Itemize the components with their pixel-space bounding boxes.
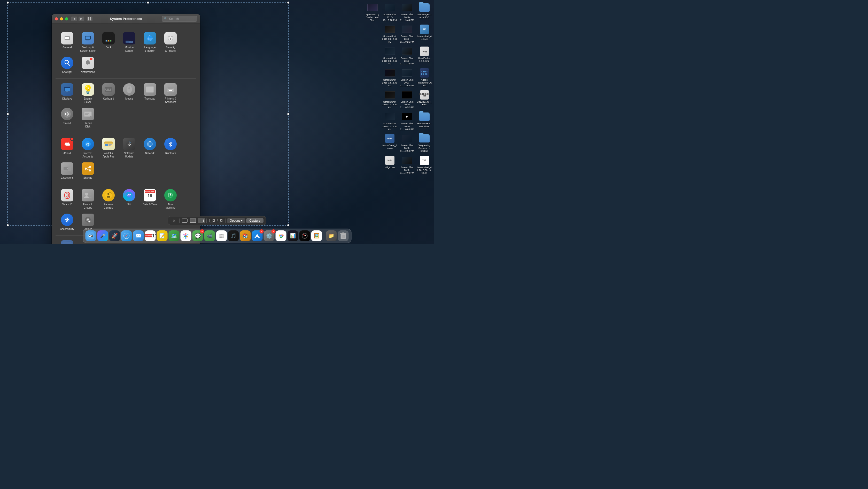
pref-language-region[interactable]: Language& Region <box>140 30 160 55</box>
internet-accounts-icon: @ <box>82 138 94 150</box>
pref-sharing[interactable]: Sharing <box>78 160 98 181</box>
pref-energy-saver[interactable]: 💡 EnergySaver <box>78 81 98 106</box>
pref-notifications[interactable]: Notifications <box>78 55 98 76</box>
pref-software-update[interactable]: SoftwareUpdate <box>119 136 140 160</box>
dock-item-istat[interactable] <box>300 230 310 241</box>
dock-item-calendar[interactable]: DECEMBER 11 <box>145 230 156 241</box>
pref-keyboard[interactable]: Keyboard <box>98 81 119 106</box>
capture-fullscreen-button[interactable] <box>189 218 196 223</box>
pref-startup-disk[interactable]: StartupDisk <box>78 106 98 130</box>
pref-network[interactable]: Network <box>140 136 160 160</box>
pref-dock[interactable]: Dock <box>98 30 119 55</box>
dock-item-system-prefs[interactable]: ⚙️ 1 <box>264 230 275 241</box>
pref-mouse[interactable]: Mouse <box>119 81 140 106</box>
desktop-icon-handbrake[interactable]: dmg HandBrake-1.1.1.dmg <box>416 45 433 66</box>
pref-ntfs-for-mac[interactable]: NTFS NTFS for Mac <box>57 238 78 244</box>
dock-item-messages[interactable]: 💬 4 <box>192 230 203 241</box>
pref-touch-id[interactable]: Touch ID <box>57 187 78 211</box>
dock-item-siri[interactable]: 🎤 <box>97 230 108 241</box>
pref-wallet-apple-pay[interactable]: Wallet &Apple Pay <box>98 136 119 160</box>
search-box[interactable]: 🔍 <box>162 16 197 22</box>
capture-button[interactable]: Capture <box>246 218 264 223</box>
capture-video-button[interactable] <box>208 218 215 223</box>
dock-item-disk-diag[interactable]: 📊 <box>287 230 299 241</box>
dock-item-app-store[interactable]: 2 <box>252 230 263 241</box>
pref-accessibility[interactable]: Accessibility <box>57 211 78 233</box>
section-personal: General Desktop <box>56 27 196 79</box>
desktop-icon-tearsteel[interactable]: 4K tearsofsteel_4k.m 4v <box>416 23 433 44</box>
maximize-button[interactable] <box>65 17 68 21</box>
pref-security-privacy[interactable]: Security& Privacy <box>160 30 181 55</box>
svg-rect-26 <box>65 88 70 91</box>
forward-button[interactable]: ▶ <box>79 17 84 21</box>
dock-item-files[interactable]: 📁 <box>326 230 337 241</box>
close-screenshot-button[interactable]: ✕ <box>170 218 178 223</box>
pref-internet-accounts[interactable]: @ InternetAccounts <box>78 136 98 160</box>
desktop-icon-tearsteel-mov[interactable]: MOV tearsofsteel_4k.mov <box>381 132 398 153</box>
capture-video-selection-button[interactable] <box>216 218 224 223</box>
pref-users-groups[interactable]: Users &Groups <box>78 187 98 211</box>
desktop-icon-seagate-backup[interactable]: Seagate My Passpor...e backup <box>416 132 433 153</box>
pref-time-machine[interactable]: TimeMachine <box>160 187 181 211</box>
pref-icloud[interactable]: iCloud <box>57 136 78 160</box>
dock-item-finder[interactable] <box>86 230 96 241</box>
dock-item-mail[interactable]: ✉️ <box>133 230 144 241</box>
dock-item-maps[interactable]: 🗺️ <box>169 230 180 241</box>
desktop-icon-screenshot13[interactable]: Screen Shot2017-11-...2.50 PM <box>399 132 415 153</box>
desktop-icon-screenshot3[interactable]: Screen Shot2018-08...8.17 PM <box>381 23 398 44</box>
options-button[interactable]: Options ▾ <box>227 218 245 223</box>
desktop-icon-screenshot8[interactable]: Screen Shot2017-11-...2.52 PM <box>399 67 415 88</box>
close-button[interactable] <box>55 17 58 21</box>
desktop-icon-samsung-ssd[interactable]: SamsungPortable SSD <box>416 1 433 23</box>
svg-point-73 <box>89 166 91 168</box>
dock-item-music[interactable]: 🎵 <box>228 230 239 241</box>
minimize-button[interactable] <box>60 17 63 21</box>
desktop-icon-screenshot11[interactable]: Screen Shot2018-12...6.36 AM <box>381 110 398 132</box>
desktop-icon-screenshot1[interactable]: Screen Shot2017-11-...8.28 PM <box>381 1 398 23</box>
grid-view-button[interactable] <box>87 17 92 21</box>
capture-window-button[interactable] <box>181 218 188 223</box>
desktop-icon-screenshot6[interactable]: Screen Shot2017-11-...1.32 PM <box>399 45 415 66</box>
desktop-icon-screenshot9[interactable]: Screen Shot2018-12...4.36 AM <box>381 89 398 110</box>
desktop-icon-tearsteel-txt[interactable]: TXT tearsofsteel_4k 2018-08...9-53.txt <box>416 154 433 175</box>
pref-printers-scanners[interactable]: Printers &Scanners <box>160 81 181 106</box>
dock-item-photos[interactable] <box>181 230 191 241</box>
pref-general[interactable]: General <box>57 30 78 55</box>
dock-item-notes[interactable]: 📝 <box>157 230 168 241</box>
dock-item-news[interactable]: 📰 <box>216 230 227 241</box>
desktop-icon-screenshot12[interactable]: ▶ Screen Shot2017-11-...0.08 PM <box>399 110 415 132</box>
dock-item-launchpad[interactable]: 🚀 <box>109 230 120 241</box>
pref-trackpad[interactable]: Trackpad <box>140 81 160 106</box>
pref-siri[interactable]: Siri <box>119 187 140 211</box>
desktop-icon-restore-folder[interactable]: Restore-HDD test folder <box>416 110 433 132</box>
dock-item-preview[interactable]: 🖼️ <box>311 230 322 241</box>
desktop-icon-cinebench[interactable]: CINEBENCH R15 CINEBENCH_R15 <box>416 89 433 110</box>
pref-bluetooth[interactable]: Bluetooth <box>160 136 181 160</box>
desktop-icon-screenshot2[interactable]: Screen Shot2017-11-...9.44 PM <box>399 1 415 23</box>
desktop-icon-screenshot4[interactable]: Screen Shot2017-11-...0.21 PM <box>399 23 415 44</box>
pref-mission-control[interactable]: MissionControl <box>119 30 140 55</box>
search-input[interactable] <box>169 17 195 21</box>
capture-selection-button[interactable] <box>197 218 205 223</box>
desktop-icon-speedtest[interactable]: Speedtest byOokla -...eed Test <box>364 1 381 23</box>
desktop-icon-screenshot5[interactable]: Screen Shot2018-08...8.57 PM <box>381 45 398 66</box>
mouse-icon <box>123 83 135 96</box>
pref-date-time[interactable]: 18 NOVEMBER Date & Time <box>140 187 160 211</box>
pref-sound[interactable]: Sound <box>57 106 78 130</box>
pref-parental-controls[interactable]: ! ParentalControls <box>98 187 119 211</box>
desktop-icon-magazine[interactable]: M4z M4gazine <box>381 154 398 175</box>
dock-item-safari[interactable] <box>121 230 132 241</box>
pref-spotlight[interactable]: Spotlight <box>57 55 78 76</box>
desktop-icon-screenshot14[interactable]: Screen Shot2017-11-...3.02 PM <box>399 154 415 175</box>
pref-extensions[interactable]: Extensions <box>57 160 78 181</box>
dock-item-facetime[interactable]: 📹 <box>204 230 215 241</box>
desktop-icon-photoshop[interactable]: AdobePS CC Adobe Photoshop CC Test <box>416 67 433 88</box>
pref-displays[interactable]: Displays <box>57 81 78 106</box>
desktop-icon-screenshot7[interactable]: Screen Shot2018-12...3.46 AM <box>381 67 398 88</box>
pref-desktop-screensaver[interactable]: Desktop &Screen Saver <box>78 30 98 55</box>
desktop-icon-screenshot10[interactable]: Screen Shot2017-11-...6.52 PM <box>399 89 415 110</box>
back-button[interactable]: ◀ <box>71 17 77 21</box>
dock-item-chrome[interactable] <box>276 230 286 241</box>
dock-item-books[interactable]: 📚 <box>240 230 251 241</box>
dock-item-trash[interactable] <box>338 230 349 241</box>
